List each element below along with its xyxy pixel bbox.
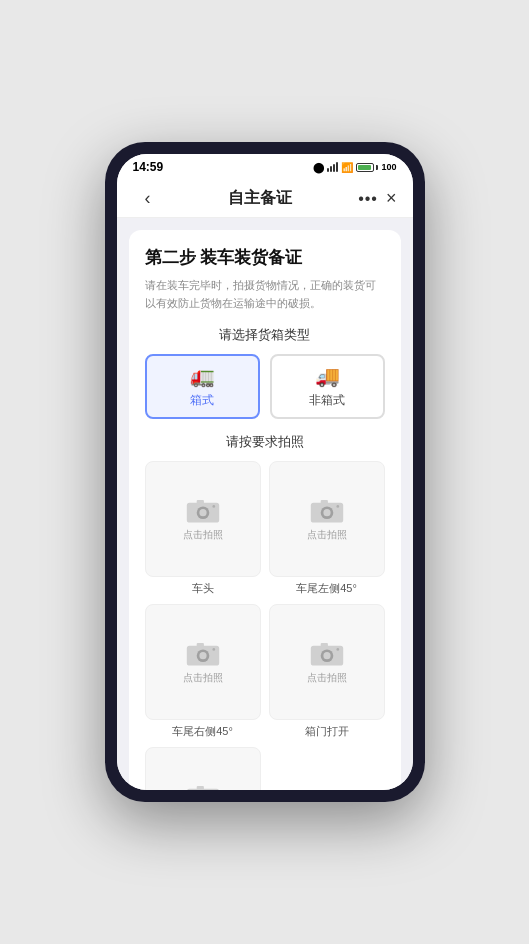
- photo-item-door-close: 点击拍照 箱门关闭: [145, 747, 261, 790]
- back-button[interactable]: ‹: [133, 188, 163, 209]
- phone-frame: 14:59 ⬤ 📶 100: [105, 142, 425, 802]
- bluetooth-icon: ⬤: [313, 162, 324, 173]
- battery-indicator: 100: [356, 162, 396, 172]
- svg-point-9: [336, 505, 339, 508]
- status-bar: 14:59 ⬤ 📶 100: [117, 154, 413, 180]
- status-time: 14:59: [133, 160, 164, 174]
- svg-rect-13: [196, 643, 203, 648]
- signal-icon: [327, 162, 338, 172]
- camera-icon-rear-right: [185, 639, 221, 667]
- photo-caption-rear-left: 车尾左侧45°: [296, 581, 357, 596]
- box-type-label-box: 箱式: [190, 392, 214, 409]
- photo-box-label-door-open: 点击拍照: [307, 671, 347, 685]
- photo-item-door-open: 点击拍照 箱门打开: [269, 604, 385, 739]
- close-button[interactable]: ×: [386, 188, 397, 209]
- photo-box-rear-right[interactable]: 点击拍照: [145, 604, 261, 720]
- photo-box-door-close[interactable]: 点击拍照: [145, 747, 261, 790]
- photo-box-rear-left[interactable]: 点击拍照: [269, 461, 385, 577]
- photo-item-rear-left: 点击拍照 车尾左侧45°: [269, 461, 385, 596]
- box-type-label-nonbox: 非箱式: [309, 392, 345, 409]
- svg-rect-8: [320, 500, 327, 505]
- box-type-option-nonbox[interactable]: 🚚 非箱式: [270, 354, 385, 419]
- svg-point-2: [199, 509, 206, 516]
- camera-icon-door-open: [309, 639, 345, 667]
- svg-point-17: [323, 652, 330, 659]
- navigation-bar: ‹ 自主备证 ••• ×: [117, 180, 413, 218]
- svg-rect-23: [196, 786, 203, 790]
- main-content: 第二步 装车装货备证 请在装车完毕时，拍摄货物情况，正确的装货可以有效防止货物在…: [117, 218, 413, 790]
- more-options-button[interactable]: •••: [358, 190, 378, 208]
- svg-point-4: [212, 505, 215, 508]
- content-card: 第二步 装车装货备证 请在装车完毕时，拍摄货物情况，正确的装货可以有效防止货物在…: [129, 230, 401, 790]
- photo-box-door-open[interactable]: 点击拍照: [269, 604, 385, 720]
- status-icons: ⬤ 📶 100: [313, 162, 396, 173]
- page-title: 自主备证: [228, 188, 292, 209]
- nonbox-truck-icon: 🚚: [315, 364, 340, 388]
- photo-item-front: 点击拍照 车头: [145, 461, 261, 596]
- svg-point-12: [199, 652, 206, 659]
- svg-point-14: [212, 648, 215, 651]
- photo-requirement-label: 请按要求拍照: [145, 433, 385, 451]
- svg-rect-18: [320, 643, 327, 648]
- svg-point-19: [336, 648, 339, 651]
- step-title: 第二步 装车装货备证: [145, 246, 385, 269]
- photo-caption-door-open: 箱门打开: [305, 724, 349, 739]
- box-type-label: 请选择货箱类型: [145, 326, 385, 344]
- photo-box-front[interactable]: 点击拍照: [145, 461, 261, 577]
- photo-box-label-rear-right: 点击拍照: [183, 671, 223, 685]
- box-type-selector: 🚛 箱式 🚚 非箱式: [145, 354, 385, 419]
- camera-icon-front: [185, 496, 221, 524]
- wifi-icon: 📶: [341, 162, 353, 173]
- phone-screen: 14:59 ⬤ 📶 100: [117, 154, 413, 790]
- battery-level: 100: [381, 162, 396, 172]
- photo-box-label-rear-left: 点击拍照: [307, 528, 347, 542]
- box-truck-icon: 🚛: [190, 364, 215, 388]
- photo-box-label-front: 点击拍照: [183, 528, 223, 542]
- photo-item-rear-right: 点击拍照 车尾右侧45°: [145, 604, 261, 739]
- nav-actions: ••• ×: [358, 188, 396, 209]
- photo-caption-rear-right: 车尾右侧45°: [172, 724, 233, 739]
- camera-icon-rear-left: [309, 496, 345, 524]
- photo-grid: 点击拍照 车头: [145, 461, 385, 739]
- camera-icon-door-close: [185, 782, 221, 790]
- svg-rect-3: [196, 500, 203, 505]
- svg-point-7: [323, 509, 330, 516]
- box-type-option-box[interactable]: 🚛 箱式: [145, 354, 260, 419]
- step-description: 请在装车完毕时，拍摄货物情况，正确的装货可以有效防止货物在运输途中的破损。: [145, 277, 385, 312]
- photo-caption-front: 车头: [192, 581, 214, 596]
- photo-single-row: 点击拍照 箱门关闭: [145, 747, 385, 790]
